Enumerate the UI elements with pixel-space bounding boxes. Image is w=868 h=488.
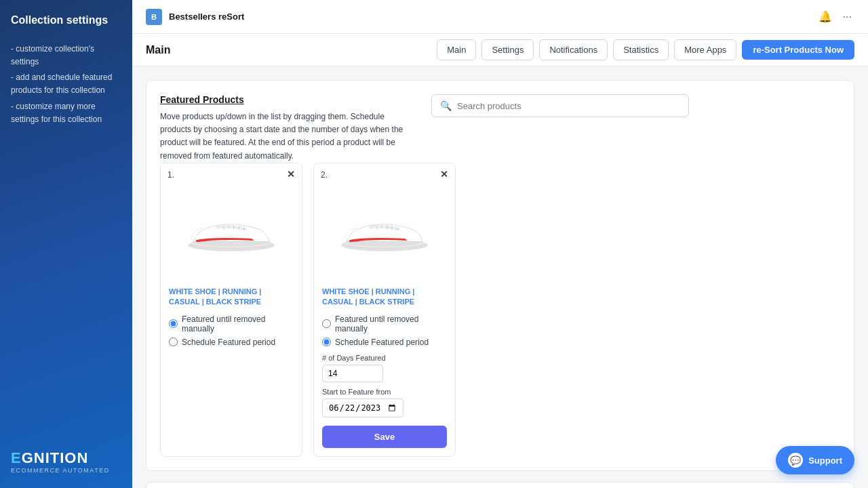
- featured-description: Featured Products Move products up/down …: [160, 94, 418, 163]
- content-area: Featured Products Move products up/down …: [132, 66, 868, 488]
- support-label: Support: [808, 455, 842, 466]
- main-panel: B Bestsellers reSort 🔔 ··· Main Main Set…: [132, 0, 868, 488]
- product-close-2[interactable]: ✕: [440, 169, 448, 180]
- app-name: Bestsellers reSort: [169, 12, 809, 22]
- product-close-1[interactable]: ✕: [287, 169, 295, 180]
- featured-products-card: Featured Products Move products up/down …: [146, 80, 854, 471]
- start-date-input[interactable]: [322, 399, 403, 418]
- logo-e: E: [11, 449, 22, 466]
- sidebar-item-2[interactable]: - add and schedule featured products for…: [11, 70, 121, 98]
- tab-more-apps[interactable]: More Apps: [674, 39, 736, 60]
- start-date-label: Start to Feature from: [322, 388, 403, 396]
- sidebar-item-3[interactable]: - customize many more settings for this …: [11, 99, 121, 127]
- search-icon: 🔍: [440, 100, 452, 111]
- sidebar-logo-subtitle: ECOMMERCE AUTOMATED: [11, 468, 121, 474]
- option-schedule-label-2: Schedule Featured period: [335, 338, 429, 347]
- radio-manual-2[interactable]: [322, 319, 331, 328]
- days-featured-input[interactable]: [322, 365, 383, 382]
- product-1-option-schedule[interactable]: Schedule Featured period: [169, 338, 294, 347]
- products-row: 1. ✕: [160, 163, 840, 457]
- product-name-2: WHITE SHOE | RUNNING | CASUAL | BLACK ST…: [322, 287, 447, 308]
- product-2-option-manual[interactable]: Featured until removed manually: [322, 314, 447, 333]
- product-image-2: [322, 185, 447, 280]
- radio-manual-1[interactable]: [169, 319, 178, 328]
- start-date-field-group: Start to Feature from: [322, 388, 403, 418]
- featured-products-title: Featured Products: [160, 94, 418, 105]
- product-name-1: WHITE SHOE | RUNNING | CASUAL | BLACK ST…: [169, 287, 294, 308]
- logo-gnition: GNITION: [22, 449, 89, 466]
- shoe-image-2: [334, 205, 435, 260]
- sidebar-logo-name: EGNITION: [11, 450, 121, 466]
- product-card-2: 2. ✕: [313, 163, 456, 457]
- product-number-2: 2.: [321, 170, 328, 180]
- sidebar: Collection settings - customize collecti…: [0, 0, 132, 488]
- radio-schedule-2[interactable]: [322, 338, 331, 346]
- tab-notifications[interactable]: Notifications: [539, 39, 608, 60]
- featured-products-desc: Move products up/down in the list by dra…: [160, 110, 418, 163]
- topbar: B Bestsellers reSort 🔔 ···: [132, 0, 868, 34]
- product-1-options: Featured until removed manually Schedule…: [169, 314, 294, 347]
- days-featured-label: # of Days Featured: [322, 354, 386, 362]
- option-manual-label-1: Featured until removed manually: [182, 314, 294, 333]
- collection-settings-bar: Collection Settings Load from another co…: [146, 482, 854, 488]
- top-section: Featured Products Move products up/down …: [160, 94, 840, 163]
- page-title: Main: [146, 44, 170, 56]
- navbar: Main Main Settings Notifications Statist…: [132, 34, 868, 66]
- search-area: 🔍: [431, 94, 840, 131]
- app-icon: B: [146, 9, 162, 25]
- resort-products-button[interactable]: re-Sort Products Now: [742, 40, 854, 60]
- search-box[interactable]: 🔍: [431, 94, 689, 117]
- support-button[interactable]: 💬 Support: [776, 446, 854, 474]
- more-options-icon[interactable]: ···: [840, 8, 854, 26]
- sidebar-footer: EGNITION ECOMMERCE AUTOMATED: [11, 436, 121, 474]
- product-1-option-manual[interactable]: Featured until removed manually: [169, 314, 294, 333]
- product-2-option-schedule[interactable]: Schedule Featured period: [322, 338, 447, 347]
- sidebar-item-1[interactable]: - customize collection's settings: [11, 41, 121, 70]
- sidebar-logo: EGNITION ECOMMERCE AUTOMATED: [11, 450, 121, 474]
- sidebar-items: - customize collection's settings - add …: [11, 41, 121, 436]
- option-manual-label-2: Featured until removed manually: [335, 314, 447, 333]
- tab-settings[interactable]: Settings: [481, 39, 534, 60]
- topbar-icons: 🔔 ···: [816, 7, 854, 26]
- shoe-image-1: [180, 205, 282, 260]
- product-image-1: [169, 185, 294, 280]
- sidebar-title: Collection settings: [11, 14, 121, 28]
- save-button[interactable]: Save: [322, 426, 447, 448]
- product-card-1: 1. ✕: [160, 163, 302, 457]
- bell-icon[interactable]: 🔔: [816, 7, 835, 26]
- tab-main[interactable]: Main: [437, 39, 476, 60]
- days-field-group: # of Days Featured: [322, 354, 386, 382]
- schedule-fields: # of Days Featured Start to Feature from: [322, 354, 447, 418]
- support-chat-icon: 💬: [788, 453, 803, 468]
- product-2-options: Featured until removed manually Schedule…: [322, 314, 447, 347]
- radio-schedule-1[interactable]: [169, 338, 178, 346]
- search-input[interactable]: [457, 101, 680, 111]
- product-number-1: 1.: [167, 170, 174, 180]
- option-schedule-label-1: Schedule Featured period: [182, 338, 275, 347]
- tab-statistics[interactable]: Statistics: [613, 39, 669, 60]
